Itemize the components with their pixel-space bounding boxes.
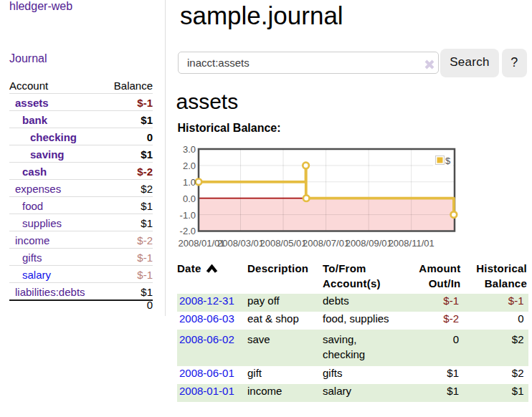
- svg-text:2008/03/01: 2008/03/01: [217, 238, 264, 249]
- svg-text:2008/07/01: 2008/07/01: [303, 238, 349, 249]
- svg-text:-1.0: -1.0: [180, 210, 196, 221]
- svg-text:0.0: 0.0: [183, 193, 196, 204]
- svg-text:2.0: 2.0: [183, 160, 196, 171]
- svg-text:2008/11/01: 2008/11/01: [389, 238, 434, 249]
- svg-text:$: $: [445, 155, 451, 166]
- svg-text:1.0: 1.0: [183, 177, 196, 188]
- svg-text:2008/09/01: 2008/09/01: [346, 238, 392, 249]
- svg-text:3.0: 3.0: [183, 144, 196, 155]
- svg-text:-2.0: -2.0: [180, 226, 196, 236]
- svg-text:2008/05/01: 2008/05/01: [260, 238, 306, 249]
